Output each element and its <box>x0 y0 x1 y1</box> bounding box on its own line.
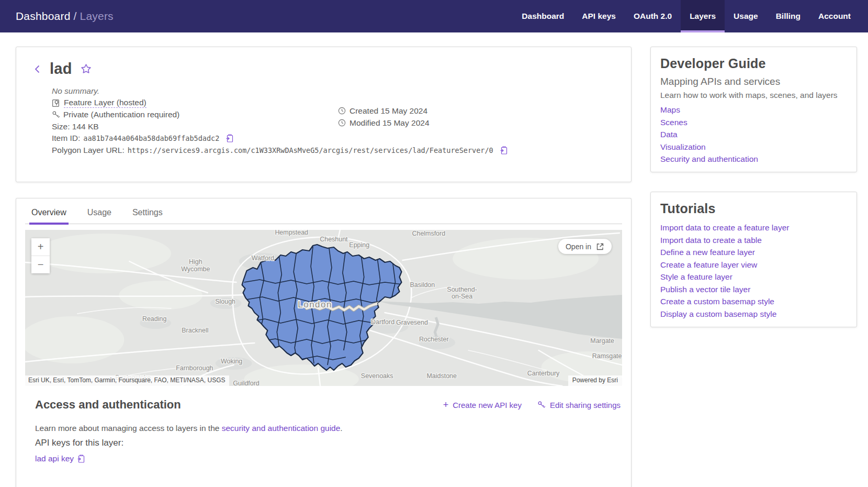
access-description-text: Learn more about managing access to laye… <box>35 424 222 433</box>
map-place-label: Bracknell <box>182 327 208 334</box>
edit-sharing-button[interactable]: Edit sharing settings <box>537 401 621 409</box>
nav-item-usage[interactable]: Usage <box>725 0 767 32</box>
key-icon <box>52 110 60 119</box>
map-place-label: London <box>298 300 332 309</box>
map-place-label: Hempstead <box>275 230 308 236</box>
access-heading: Access and authentication <box>35 398 181 412</box>
nav-item-account[interactable]: Account <box>809 0 860 32</box>
map-place-label: High <box>189 258 202 265</box>
tutorial-link-import-feature-layer[interactable]: Import data to create a feature layer <box>660 222 847 234</box>
tutorial-link-display-basemap-style[interactable]: Display a custom basemap style <box>660 308 847 320</box>
item-size-label: Size: 144 KB <box>52 122 99 131</box>
item-type-label[interactable]: Feature Layer (hosted) <box>64 98 146 108</box>
tab-usage[interactable]: Usage <box>86 207 112 224</box>
created-date: Created 15 May 2024 <box>350 106 427 116</box>
map-place-label: Cheshunt <box>320 236 348 243</box>
item-info-card: lad No summary. Feature Layer (hosted) P… <box>16 47 632 182</box>
layer-url-label: Polygon Layer URL: <box>52 146 125 155</box>
access-section: Access and authentication + Create new A… <box>16 386 631 463</box>
item-id-value: aa81b7a44a064ba58dab69ffab5dadc2 <box>83 134 219 142</box>
tutorial-link-feature-layer-view[interactable]: Create a feature layer view <box>660 259 847 271</box>
clock-icon <box>338 119 346 127</box>
tutorials-card: Tutorials Import data to create a featur… <box>650 192 857 327</box>
map-place-label: Ramsgate <box>592 352 622 360</box>
breadcrumb: Dashboard/Layers <box>0 10 114 23</box>
map-place-label: Watford <box>252 254 274 262</box>
create-api-key-button[interactable]: + Create new API key <box>443 401 522 409</box>
map-zoom-out-button[interactable]: − <box>31 256 50 273</box>
map-place-label: Chelmsford <box>412 230 445 237</box>
map-place-label: Maidstone <box>426 372 456 380</box>
guide-link-data[interactable]: Data <box>660 128 847 141</box>
open-in-button[interactable]: Open in <box>558 239 612 254</box>
modified-date: Modified 15 May 2024 <box>350 118 430 128</box>
tab-settings[interactable]: Settings <box>131 207 164 224</box>
map-place-label: Sevenoaks <box>361 372 393 380</box>
guide-link-maps[interactable]: Maps <box>660 104 847 116</box>
copy-item-id-button[interactable] <box>226 134 234 142</box>
map-place-label: Farnborough <box>176 364 213 372</box>
guide-link-visualization[interactable]: Visualization <box>660 141 847 153</box>
map-attribution: Esri UK, Esri, TomTom, Garmin, Foursquar… <box>25 375 229 386</box>
back-button[interactable] <box>33 64 41 74</box>
item-summary: No summary. <box>52 86 99 96</box>
access-description: Learn more about managing access to laye… <box>35 424 621 433</box>
nav-item-oauth[interactable]: OAuth 2.0 <box>625 0 681 32</box>
developer-guide-card: Developer Guide Mapping APIs and service… <box>650 47 857 172</box>
feature-layer-icon <box>52 98 61 107</box>
item-meta: Created 15 May 2024 Modified 15 May 2024 <box>338 105 430 129</box>
tutorial-link-define-feature-layer[interactable]: Define a new feature layer <box>660 246 847 259</box>
api-key-row: lad api key <box>35 454 621 463</box>
map-place-label: Epping <box>349 241 369 249</box>
map-place-label: Margate <box>590 337 614 345</box>
breadcrumb-dashboard[interactable]: Dashboard <box>16 10 71 22</box>
guide-link-security[interactable]: Security and authentication <box>660 153 847 165</box>
nav-item-billing[interactable]: Billing <box>767 0 809 32</box>
create-api-key-label: Create new API key <box>453 401 522 409</box>
edit-sharing-label: Edit sharing settings <box>550 401 621 409</box>
map-place-label: Slough <box>215 298 235 305</box>
map-place-label: on-Sea <box>452 293 472 300</box>
breadcrumb-layers: Layers <box>80 10 114 22</box>
open-in-label: Open in <box>566 242 591 251</box>
tutorial-link-create-basemap-style[interactable]: Create a custom basemap style <box>660 295 847 308</box>
nav-item-dashboard[interactable]: Dashboard <box>513 0 573 32</box>
nav-item-api-keys[interactable]: API keys <box>573 0 625 32</box>
basemap: HempsteadCheshuntEppingChelmsfordWatford… <box>25 230 622 386</box>
tutorial-link-publish-vector-tile[interactable]: Publish a vector tile layer <box>660 283 847 296</box>
access-description-period: . <box>340 424 342 433</box>
chevron-left-icon <box>33 64 41 74</box>
developer-guide-description: Learn how to work with maps, scenes, and… <box>660 91 847 100</box>
item-overview-card: Overview Usage Settings <box>16 198 632 487</box>
copy-api-key-button[interactable] <box>77 455 85 463</box>
favorite-button[interactable] <box>81 63 92 74</box>
tutorial-link-import-table[interactable]: Import data to create a table <box>660 234 847 247</box>
map-zoom-in-button[interactable]: + <box>31 238 50 256</box>
copy-icon <box>77 455 85 463</box>
powered-by-esri: Powered by Esri <box>568 375 622 386</box>
lad-api-key-link[interactable]: lad api key <box>35 454 74 463</box>
top-navbar: Dashboard/Layers Dashboard API keys OAut… <box>0 0 868 32</box>
map-canvas[interactable]: HempsteadCheshuntEppingChelmsfordWatford… <box>25 230 622 386</box>
map-place-label: Southend- <box>447 286 477 293</box>
tab-overview[interactable]: Overview <box>30 207 67 224</box>
map-place-label: Canterbury <box>527 370 560 377</box>
nav-item-layers[interactable]: Layers <box>681 0 725 32</box>
open-in-new-icon <box>596 242 604 251</box>
item-access-label: Private (Authentication required) <box>63 110 179 119</box>
clock-icon <box>338 107 346 115</box>
map-place-label: Gravesend <box>396 319 428 326</box>
nav-menu: Dashboard API keys OAuth 2.0 Layers Usag… <box>513 0 868 32</box>
security-guide-link[interactable]: security and authentication guide <box>222 424 341 433</box>
developer-guide-heading: Developer Guide <box>660 56 847 71</box>
guide-link-scenes[interactable]: Scenes <box>660 116 847 129</box>
tab-bar: Overview Usage Settings <box>25 198 622 224</box>
plus-icon: + <box>443 401 449 408</box>
map-place-label: Reading <box>142 315 166 323</box>
map-place-label: Basildon <box>410 281 435 289</box>
item-title: lad <box>50 60 72 78</box>
copy-layer-url-button[interactable] <box>500 146 508 154</box>
item-id-label: Item ID: <box>52 134 80 143</box>
map-zoom-controls: + − <box>31 238 50 273</box>
tutorial-link-style-feature-layer[interactable]: Style a feature layer <box>660 271 847 283</box>
